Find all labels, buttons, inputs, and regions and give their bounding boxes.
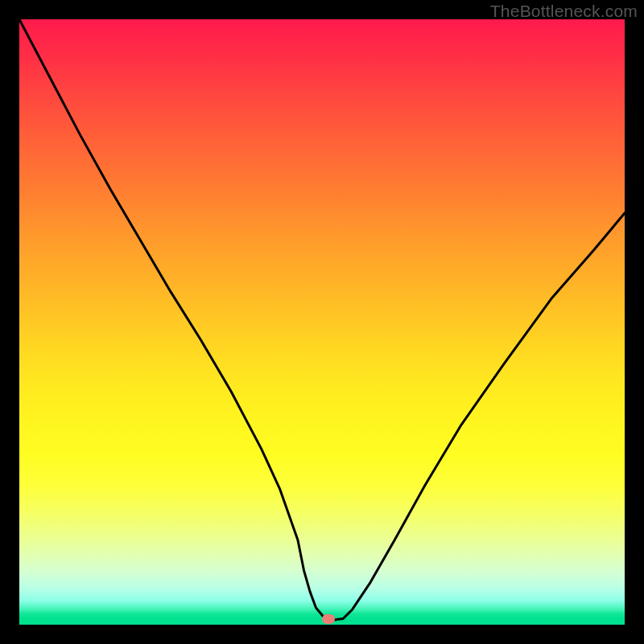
chart-container: TheBottleneck.com — [0, 0, 644, 644]
gradient-background — [19, 19, 625, 625]
watermark-label: TheBottleneck.com — [490, 2, 638, 21]
current-value-marker — [322, 614, 335, 624]
plot-area — [19, 19, 625, 625]
